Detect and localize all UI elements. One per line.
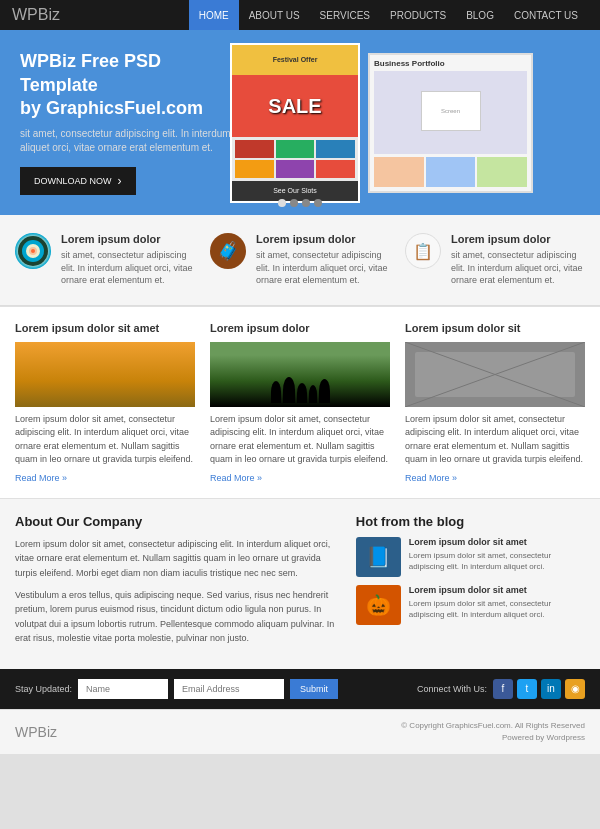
feature-icon-1: [15, 233, 51, 269]
linkedin-icon[interactable]: in: [541, 679, 561, 699]
about-section: About Our Company Lorem ipsum dolor sit …: [15, 514, 336, 654]
connect-label: Connect With Us:: [417, 684, 487, 694]
stay-updated-label: Stay Updated:: [15, 684, 72, 694]
blog-post-image-1: [15, 342, 195, 407]
about-para-2: Vestibulum a eros tellus, quis adipiscin…: [15, 588, 336, 646]
read-more-2[interactable]: Read More »: [210, 473, 262, 483]
arrow-icon: ›: [118, 174, 122, 188]
blog-post-text-3: Lorem ipsum dolor sit amet, consectetur …: [405, 413, 585, 467]
feature-title-2: Lorem ipsum dolor: [256, 233, 390, 245]
footer-logo: WPBiz: [15, 724, 57, 740]
hero-dot-4[interactable]: [314, 199, 322, 207]
silhouette-4: [309, 385, 317, 403]
hero-images: Festival Offer SALE See Our Slots Busine…: [220, 30, 600, 215]
nav-contact[interactable]: CONTACT US: [504, 0, 588, 30]
blog-post-title-1: Lorem ipsum dolor sit amet: [15, 322, 195, 334]
download-label: DOWNLOAD NOW: [34, 176, 112, 186]
rss-icon[interactable]: ◉: [565, 679, 585, 699]
hot-item-desc-1: Lorem ipsum dolor sit amet, consectetur …: [409, 550, 585, 572]
hero-content: WPBiz Free PSD Templateby GraphicsFuel.c…: [20, 50, 240, 194]
feature-text-1: Lorem ipsum dolor sit amet, consectetur …: [61, 233, 195, 287]
blog-section: Lorem ipsum dolor sit amet Lorem ipsum d…: [0, 306, 600, 498]
footer: WPBiz © Copyright GraphicsFuel.com. All …: [0, 709, 600, 754]
blog-post-image-3: [405, 342, 585, 407]
main-nav: HOME ABOUT US SERVICES PRODUCTS BLOG CON…: [189, 0, 588, 30]
blog-post-1: Lorem ipsum dolor sit amet Lorem ipsum d…: [15, 322, 195, 483]
feature-title-3: Lorem ipsum dolor: [451, 233, 585, 245]
logo: WPBiz: [12, 6, 60, 24]
hot-blog-heading: Hot from the blog: [356, 514, 585, 529]
feature-item-2: 🧳 Lorem ipsum dolor sit amet, consectetu…: [210, 233, 390, 287]
powered-by-text: Powered by Wordpress: [401, 732, 585, 744]
footer-copyright: © Copyright GraphicsFuel.com. All Rights…: [401, 720, 585, 744]
nav-services[interactable]: SERVICES: [310, 0, 380, 30]
about-para-1: Lorem ipsum dolor sit amet, consectetur …: [15, 537, 336, 580]
nav-products[interactable]: PRODUCTS: [380, 0, 456, 30]
blog-post-title-3: Lorem ipsum dolor sit: [405, 322, 585, 334]
hot-item-text-1: Lorem ipsum dolor sit amet Lorem ipsum d…: [409, 537, 585, 577]
silhouette-2: [283, 377, 295, 403]
about-blog-section: About Our Company Lorem ipsum dolor sit …: [0, 498, 600, 669]
name-input[interactable]: [78, 679, 168, 699]
feature-icon-3: 📋: [405, 233, 441, 269]
hot-item-desc-2: Lorem ipsum dolor sit amet, consectetur …: [409, 598, 585, 620]
read-more-1[interactable]: Read More »: [15, 473, 67, 483]
feature-desc-3: sit amet, consectetur adipiscing elit. I…: [451, 249, 585, 287]
footer-bar: Stay Updated: Submit Connect With Us: f …: [0, 669, 600, 709]
read-more-3[interactable]: Read More »: [405, 473, 457, 483]
feature-text-2: Lorem ipsum dolor sit amet, consectetur …: [256, 233, 390, 287]
hero-image-left: Festival Offer SALE See Our Slots: [230, 43, 360, 203]
features-section: Lorem ipsum dolor sit amet, consectetur …: [0, 215, 600, 306]
feature-desc-1: sit amet, consectetur adipiscing elit. I…: [61, 249, 195, 287]
header: WPBiz HOME ABOUT US SERVICES PRODUCTS BL…: [0, 0, 600, 30]
about-heading: About Our Company: [15, 514, 336, 529]
download-button[interactable]: DOWNLOAD NOW ›: [20, 167, 136, 195]
feature-item-1: Lorem ipsum dolor sit amet, consectetur …: [15, 233, 195, 287]
feature-text-3: Lorem ipsum dolor sit amet, consectetur …: [451, 233, 585, 287]
hot-item-title-2: Lorem ipsum dolor sit amet: [409, 585, 585, 595]
hot-blog-section: Hot from the blog 📘 Lorem ipsum dolor si…: [356, 514, 585, 654]
blog-post-image-2: [210, 342, 390, 407]
social-icons: f t in ◉: [493, 679, 585, 699]
blog-post-text-2: Lorem ipsum dolor sit amet, consectetur …: [210, 413, 390, 467]
logo-text: WPBiz: [12, 6, 60, 23]
twitter-icon[interactable]: t: [517, 679, 537, 699]
hero-dot-3[interactable]: [302, 199, 310, 207]
hero-title: WPBiz Free PSD Templateby GraphicsFuel.c…: [20, 50, 240, 120]
hero-image-right: Business Portfolio Screen: [368, 53, 533, 193]
hero-dots: [278, 199, 322, 207]
hot-item-title-1: Lorem ipsum dolor sit amet: [409, 537, 585, 547]
hot-item-text-2: Lorem ipsum dolor sit amet Lorem ipsum d…: [409, 585, 585, 625]
facebook-icon[interactable]: f: [493, 679, 513, 699]
silhouette-3: [297, 383, 307, 403]
feature-item-3: 📋 Lorem ipsum dolor sit amet, consectetu…: [405, 233, 585, 287]
hero-dot-1[interactable]: [278, 199, 286, 207]
blog-post-2: Lorem ipsum dolor Lorem ipsum dolor sit …: [210, 322, 390, 483]
hero-section: WPBiz Free PSD Templateby GraphicsFuel.c…: [0, 30, 600, 215]
blog-post-text-1: Lorem ipsum dolor sit amet, consectetur …: [15, 413, 195, 467]
footer-logo-text: WPBiz: [15, 724, 57, 740]
footer-bar-right: Connect With Us: f t in ◉: [417, 679, 585, 699]
silhouette-5: [319, 379, 330, 403]
hot-item-2: 🎃 Lorem ipsum dolor sit amet Lorem ipsum…: [356, 585, 585, 625]
footer-bar-left: Stay Updated: Submit: [15, 679, 409, 699]
hot-item-1: 📘 Lorem ipsum dolor sit amet Lorem ipsum…: [356, 537, 585, 577]
submit-button[interactable]: Submit: [290, 679, 338, 699]
blog-post-title-2: Lorem ipsum dolor: [210, 322, 390, 334]
nav-blog[interactable]: BLOG: [456, 0, 504, 30]
blog-grid: Lorem ipsum dolor sit amet Lorem ipsum d…: [15, 322, 585, 483]
hot-item-icon-2: 🎃: [356, 585, 401, 625]
svg-point-4: [31, 249, 35, 253]
copyright-text: © Copyright GraphicsFuel.com. All Rights…: [401, 720, 585, 732]
silhouette-1: [271, 381, 281, 403]
blog-post-3: Lorem ipsum dolor sit Lorem ipsum dolor …: [405, 322, 585, 483]
feature-title-1: Lorem ipsum dolor: [61, 233, 195, 245]
hero-subtitle: sit amet, consectetur adipiscing elit. I…: [20, 127, 240, 155]
email-input[interactable]: [174, 679, 284, 699]
nav-about[interactable]: ABOUT US: [239, 0, 310, 30]
hero-dot-2[interactable]: [290, 199, 298, 207]
hot-item-icon-1: 📘: [356, 537, 401, 577]
nav-home[interactable]: HOME: [189, 0, 239, 30]
feature-icon-2: 🧳: [210, 233, 246, 269]
feature-desc-2: sit amet, consectetur adipiscing elit. I…: [256, 249, 390, 287]
